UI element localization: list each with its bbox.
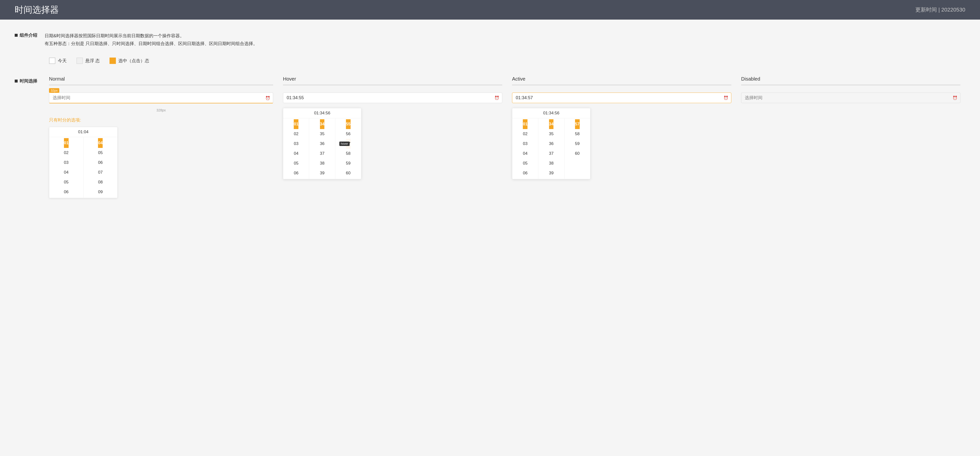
disabled-input-wrapper: ⏰ [741,92,960,103]
active-min-39[interactable]: 39 [549,168,554,178]
active-sec-60[interactable]: 60 [575,149,580,159]
active-input-wrapper: ⏰ [512,92,731,103]
normal-min-selected[interactable]: 04 [98,138,103,148]
active-panel-body: 01 02 03 04 05 06 34 35 36 [512,118,590,179]
normal-min-07[interactable]: 07 [98,167,103,177]
normal-mins-col: 04 05 06 07 08 09 [84,137,118,198]
hover-time-input[interactable] [283,92,502,103]
active-hour-selected[interactable]: 01 [523,119,528,129]
hover-mins-col: 34 35 36 37 38 39 [309,118,335,179]
hover-min-36[interactable]: 36 [320,139,325,149]
active-time-input[interactable] [512,92,731,103]
page-title: 时间选择器 [15,4,59,16]
header-meta: 更新时间 | 20220530 [915,6,965,13]
active-secs-col: 57 58 59 60 [565,118,590,179]
normal-min-06[interactable]: 06 [98,158,103,167]
hover-badge: hover [339,141,350,146]
normal-hour-02[interactable]: 02 [64,148,68,158]
hover-picker-panel: 01:34:56 01 02 03 04 05 06 [283,108,361,179]
hover-sec-56[interactable]: 56 [346,129,351,139]
normal-hour-06[interactable]: 06 [64,187,68,197]
active-sec-58[interactable]: 58 [575,129,580,139]
hover-min-37[interactable]: 37 [320,149,325,159]
size-badge: 32px [49,88,59,93]
hover-sec-58[interactable]: 58 [346,149,351,159]
active-min-37[interactable]: 37 [549,149,554,159]
hover-hour-06[interactable]: 06 [294,168,298,178]
state-col-normal: Normal 32px ⏰ 328px 只有时分的选项: 01:04 [49,76,278,198]
normal-hour-03[interactable]: 03 [64,158,68,167]
normal-panel-header: 01:04 [49,127,117,137]
hover-heading: Hover [283,76,502,85]
disabled-clock-icon: ⏰ [953,95,958,100]
hover-sec-selected[interactable]: 55 [346,119,351,129]
today-box [49,57,56,64]
hover-min-38[interactable]: 38 [320,159,325,168]
disabled-time-input [741,92,960,103]
active-hours-col: 01 02 03 04 05 06 [512,118,538,179]
hover-clock-icon: ⏰ [495,95,499,100]
active-sec-59[interactable]: 59 [575,139,580,149]
time-section-label: 时间选择 [15,78,49,84]
active-clock-icon: ⏰ [724,95,729,100]
today-label: 今天 [58,58,67,64]
hover-sec-57[interactable]: 57 hover [346,139,351,149]
normal-hour-04[interactable]: 04 [64,167,68,177]
active-min-38[interactable]: 38 [549,159,554,168]
hover-hour-05[interactable]: 05 [294,159,298,168]
active-hour-03[interactable]: 03 [523,139,528,149]
hover-hour-02[interactable]: 02 [294,129,298,139]
legend-today: 今天 [49,57,67,64]
legend-hover: 悬浮 态 [76,57,100,64]
active-min-selected[interactable]: 34 [549,119,554,129]
state-col-active: Active ⏰ 01:34:56 01 02 [507,76,736,198]
active-min-35[interactable]: 35 [549,129,554,139]
hover-hours-col: 01 02 03 04 05 06 [283,118,309,179]
active-hour-02[interactable]: 02 [523,129,528,139]
normal-hour-selected[interactable]: 01 [64,138,68,148]
hover-box [76,57,83,64]
hover-hour-03[interactable]: 03 [294,139,298,149]
active-hour-05[interactable]: 05 [523,159,528,168]
hover-hour-04[interactable]: 04 [294,149,298,159]
active-hour-06[interactable]: 06 [523,168,528,178]
active-hour-04[interactable]: 04 [523,149,528,159]
main-content: 组件介绍 日期&时间选择器按照国际日期时间展示当前日期数据的一个操作容器。 有五… [0,20,980,456]
normal-hour-05[interactable]: 05 [64,177,68,187]
only-time-label: 只有时分的选项: [49,117,273,123]
clock-icon: ⏰ [265,95,270,100]
normal-min-05[interactable]: 05 [98,148,103,158]
hover-min-35[interactable]: 35 [320,129,325,139]
hover-secs-col: 55 56 57 hover 58 59 60 [336,118,361,179]
normal-picker-panel: 01:04 01 02 03 04 05 06 [49,127,118,198]
hover-panel-body: 01 02 03 04 05 06 34 35 36 [283,118,361,179]
active-picker-panel: 01:34:56 01 02 03 04 05 06 [512,108,590,179]
hover-input-wrapper: ⏰ [283,92,502,103]
hover-hour-selected[interactable]: 01 [294,119,298,129]
hover-min-selected[interactable]: 34 [320,119,325,129]
active-sec-selected[interactable]: 57 [575,119,580,129]
hover-sec-60[interactable]: 60 [346,168,351,178]
active-min-36[interactable]: 36 [549,139,554,149]
header: 时间选择器 更新时间 | 20220530 [0,0,980,20]
hover-sec-59[interactable]: 59 [346,159,351,168]
legend: 今天 悬浮 态 选中（点击）态 [49,57,965,64]
intro-line1: 日期&时间选择器按照国际日期时间展示当前日期数据的一个操作容器。 [45,32,258,40]
time-section: 时间选择 Normal 32px ⏰ 328px 只有时分的选项: [15,76,965,198]
state-col-hover: Hover ⏰ 01:34:56 01 02 [278,76,507,198]
intro-label: 组件介绍 [15,32,37,38]
intro-text: 日期&时间选择器按照国际日期时间展示当前日期数据的一个操作容器。 有五种形态：分… [45,32,258,48]
hover-panel-header: 01:34:56 [283,108,361,118]
normal-heading: Normal [49,76,273,85]
normal-panel-body: 01 02 03 04 05 06 04 05 06 [49,137,117,198]
hover-label: 悬浮 态 [85,58,100,64]
disabled-heading: Disabled [741,76,960,85]
normal-time-input[interactable] [49,92,273,103]
active-mins-col: 34 35 36 37 38 39 [538,118,564,179]
intro-line2: 有五种形态：分别是 只日期选择、只时间选择、日期时间组合选择、区间日期选择、区间… [45,40,258,48]
normal-min-08[interactable]: 08 [98,177,103,187]
states-grid: Normal 32px ⏰ 328px 只有时分的选项: 01:04 [49,76,965,198]
hover-min-39[interactable]: 39 [320,168,325,178]
active-label: 选中（点击）态 [118,58,149,64]
normal-min-09[interactable]: 09 [98,187,103,197]
